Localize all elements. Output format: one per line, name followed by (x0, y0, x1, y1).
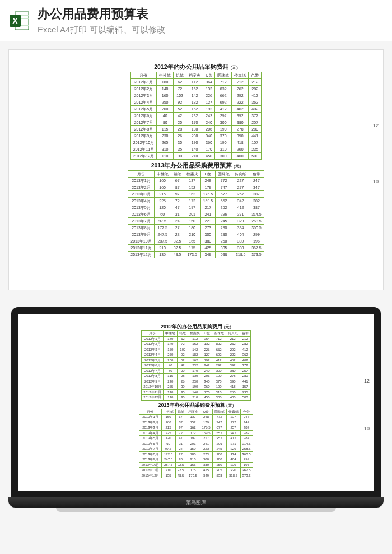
cell: 340 (202, 379, 212, 384)
cell: 2013年9月 (139, 457, 161, 463)
cell: 27 (171, 225, 184, 231)
cell: 2012年5月 (130, 106, 156, 113)
cell: 2012年10月 (130, 139, 156, 146)
cell: 160 (154, 178, 171, 184)
cell: 179 (200, 184, 216, 191)
cell: 462 (232, 106, 249, 113)
cell: 280 (249, 126, 262, 133)
cell: 387 (249, 191, 264, 198)
cell: 2012年3月 (142, 347, 164, 352)
cell: 135 (154, 252, 171, 258)
cell: 2013年2月 (128, 184, 154, 191)
cell: 87 (171, 184, 184, 191)
cell: 280 (216, 225, 232, 231)
table-row: 2012年6月4042232242292392372 (130, 113, 261, 119)
cell: 2013年1月 (139, 415, 161, 420)
table-row: 2013年8月172.527180273280334360.5 (139, 451, 253, 457)
column-header: 圆珠笔 (212, 409, 226, 415)
cell: 40 (164, 363, 178, 369)
page-title: 办公用品费用预算表 (38, 6, 165, 22)
cell: 32.5 (175, 462, 186, 468)
cell: 2013年9月 (128, 231, 154, 238)
side-number: 10 (373, 179, 379, 184)
cell: 2012年10月 (142, 384, 164, 390)
table-row: 2012年4月25092182127692222362 (130, 99, 261, 106)
table-row: 2013年9月247.528210300280404299 (139, 457, 253, 463)
laptop-screen: 12 10 2012年的办公用品采购费用 (元)月份中性笔铅笔档案夹U盘圆珠笔传… (11, 307, 381, 497)
table-title: 2012年的办公用品采购费用 (元) (84, 323, 308, 330)
column-header: 色带 (249, 72, 262, 79)
cell: 212 (232, 79, 249, 86)
column-header: 月份 (142, 331, 164, 337)
cell: 170 (202, 389, 212, 395)
table-row: 2012年5月20052162192412462402 (142, 357, 250, 363)
cell: 2013年8月 (128, 225, 154, 231)
table-row: 2012年8月11528130206190278280 (142, 374, 250, 379)
column-header: 档案夹 (188, 331, 202, 337)
cell: 300 (200, 231, 216, 238)
table-row: 2013年5月12047197217352412387 (128, 204, 264, 211)
cell: 210 (186, 153, 203, 160)
table-row: 2013年7月97.524150223245329268.5 (139, 446, 253, 452)
cell: 347 (249, 184, 264, 191)
cell: 245 (216, 218, 232, 225)
cell: 692 (215, 99, 232, 106)
cell: 67 (171, 178, 184, 184)
laptop-feet (56, 508, 336, 512)
cell: 247 (240, 415, 253, 420)
cell: 360 (203, 139, 215, 146)
cell: 2013年3月 (139, 425, 161, 431)
cell: 197 (186, 436, 200, 441)
table-row: 2012年9月23026230340370390441 (142, 379, 250, 384)
cell: 230 (188, 379, 202, 384)
cell: 257 (226, 425, 240, 431)
cell: 373.5 (240, 473, 253, 478)
cell: 152 (184, 184, 200, 191)
cell: 162 (188, 357, 202, 363)
cell: 97 (171, 191, 184, 198)
cell: 30 (174, 153, 186, 160)
cell: 832 (215, 86, 232, 92)
cell: 232 (186, 113, 203, 119)
column-header: 中性笔 (157, 72, 174, 79)
table-row: 2013年11月21032.5175425305330367.5 (128, 245, 264, 252)
table-row: 2013年9月247.528210300280404299 (128, 231, 264, 238)
cell: 237 (226, 415, 240, 420)
table-row: 2013年6月6031201241296371314.5 (128, 211, 264, 218)
watermark: 菜鸟图库 (186, 499, 206, 506)
cell: 265 (164, 384, 178, 390)
cell: 425 (200, 468, 212, 473)
cell: 273 (200, 451, 212, 457)
table-row: 2012年10月26530190360190418157 (142, 384, 250, 390)
cell: 190 (186, 139, 203, 146)
column-header: 月份 (130, 72, 156, 79)
column-header: U盘 (203, 72, 215, 79)
cell: 364 (203, 79, 215, 86)
cell: 318.5 (226, 473, 240, 478)
cell: 412 (212, 357, 226, 363)
cell: 677 (216, 191, 232, 198)
cell: 160 (154, 184, 171, 191)
cell: 300 (215, 119, 232, 126)
cell: 318.5 (232, 252, 249, 258)
cell: 102 (178, 347, 188, 352)
cell: 280 (216, 231, 232, 238)
cell: 280 (212, 451, 226, 457)
cell: 441 (240, 379, 250, 384)
cell: 329 (232, 218, 249, 225)
cell: 402 (249, 106, 262, 113)
cell: 172 (186, 430, 200, 436)
cell: 190 (212, 374, 226, 379)
cell: 32.5 (171, 238, 184, 245)
cell: 314.5 (240, 441, 253, 446)
cell: 400 (232, 153, 249, 160)
cell: 247 (249, 178, 264, 184)
table-row: 2012年7月8020170240300380257 (142, 368, 250, 374)
cell: 140 (188, 389, 202, 395)
cell: 190 (212, 384, 226, 390)
cell: 402 (240, 357, 250, 363)
table-row: 2013年1月16067137248772237247 (128, 178, 264, 184)
cell: 2012年8月 (142, 374, 164, 379)
cell: 292 (215, 113, 232, 119)
cell: 2012年9月 (130, 133, 156, 139)
